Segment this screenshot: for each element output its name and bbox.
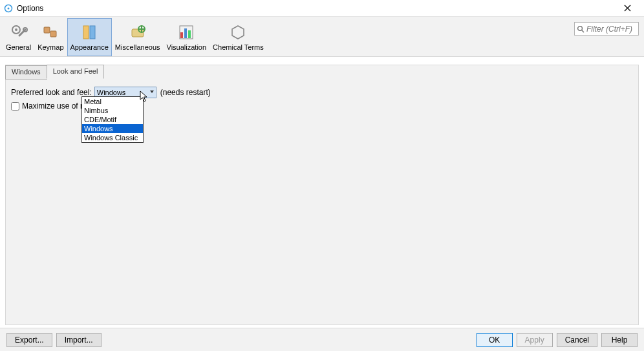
window-title: Options (17, 4, 43, 13)
export-button[interactable]: Export... (6, 333, 52, 347)
tab-look-and-feel[interactable]: Look and Feel (47, 65, 105, 79)
category-chemical-terms[interactable]: Chemical Terms (209, 18, 267, 56)
keymap-icon (41, 23, 60, 42)
visualization-icon (177, 23, 196, 42)
svg-rect-5 (44, 27, 50, 33)
category-miscellaneous[interactable]: Miscellaneous (112, 18, 164, 56)
ok-button[interactable]: OK (477, 333, 513, 347)
maximize-native-label: Maximize use of nat (22, 101, 91, 111)
chevron-down-icon (150, 90, 154, 93)
filter-box[interactable] (574, 22, 639, 36)
svg-rect-12 (184, 28, 187, 38)
filter-input[interactable] (585, 24, 637, 34)
laf-label: Preferred look and feel: (11, 88, 92, 97)
gear-wrench-icon (9, 23, 28, 42)
svg-rect-7 (83, 26, 89, 39)
search-icon (576, 25, 585, 33)
laf-option-cdemotif[interactable]: CDE/Motif (82, 115, 143, 124)
laf-restart-hint: (needs restart) (160, 88, 211, 97)
help-button[interactable]: Help (601, 333, 638, 347)
laf-option-windows-classic[interactable]: Windows Classic (82, 133, 143, 142)
category-keymap[interactable]: Keymap (34, 18, 67, 56)
import-button[interactable]: Import... (56, 333, 102, 347)
hexagon-icon (228, 23, 248, 42)
laf-option-nimbus[interactable]: Nimbus (82, 106, 143, 115)
bottom-bar: Export... Import... OK Apply Cancel Help (0, 328, 644, 351)
svg-rect-6 (50, 31, 56, 37)
laf-option-metal[interactable]: Metal (82, 97, 143, 106)
svg-point-3 (15, 28, 17, 31)
maximize-native-checkbox[interactable] (11, 102, 19, 111)
apply-button: Apply (517, 333, 553, 347)
svg-marker-15 (232, 26, 244, 39)
laf-dropdown[interactable]: Metal Nimbus CDE/Motif Windows Windows C… (81, 96, 144, 143)
svg-point-16 (578, 26, 583, 30)
category-visualization[interactable]: Visualization (164, 18, 210, 56)
window-close-button[interactable] (614, 1, 640, 16)
category-general[interactable]: General (3, 18, 34, 56)
appearance-icon (80, 23, 99, 42)
svg-rect-8 (90, 26, 95, 39)
laf-selected-value: Windows (97, 89, 126, 96)
tab-windows[interactable]: Windows (5, 65, 47, 80)
category-appearance[interactable]: Appearance (67, 18, 112, 56)
svg-rect-11 (180, 32, 183, 38)
cancel-button[interactable]: Cancel (557, 333, 597, 347)
svg-rect-13 (188, 30, 191, 38)
category-toolbar: General Keymap Appearance (0, 17, 644, 57)
titlebar: Options (0, 0, 644, 17)
laf-option-windows[interactable]: Windows (82, 124, 143, 133)
miscellaneous-icon (128, 23, 147, 42)
app-icon (4, 4, 13, 13)
svg-point-1 (8, 7, 10, 9)
